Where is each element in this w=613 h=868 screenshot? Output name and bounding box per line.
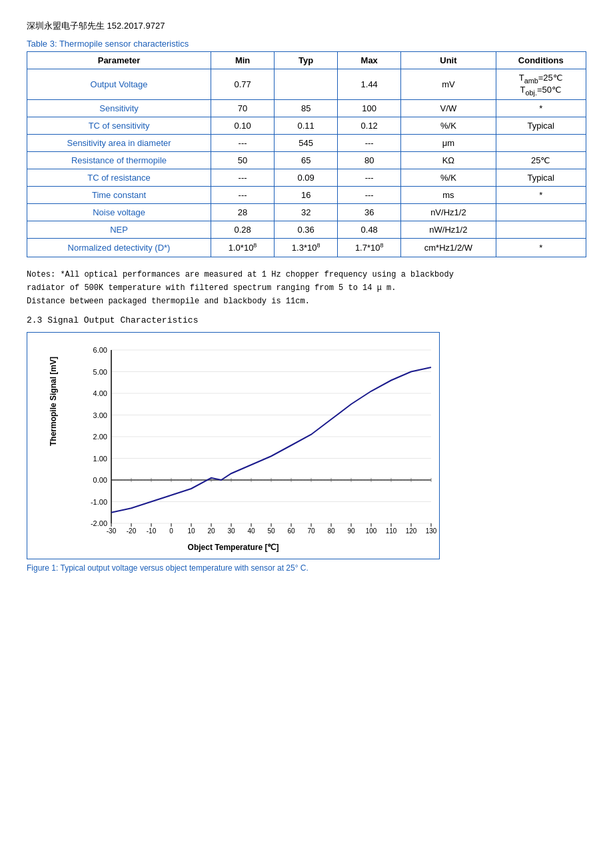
table-cell-unit: μm bbox=[401, 135, 496, 152]
table-cell-unit: %/K bbox=[401, 169, 496, 187]
table-cell-max: --- bbox=[338, 135, 401, 152]
table-cell-max: 100 bbox=[338, 100, 401, 117]
sensor-characteristics-table: Parameter Min Typ Max Unit Conditions Ou… bbox=[27, 51, 586, 257]
header-line: 深圳永盟电子邬先生 152.2017.9727 bbox=[27, 20, 586, 32]
table-cell-conditions: 25℃ bbox=[496, 152, 586, 169]
svg-text:-20: -20 bbox=[127, 527, 137, 535]
svg-text:-30: -30 bbox=[107, 527, 117, 535]
table-cell-unit: cm*Hz1/2/W bbox=[401, 239, 496, 257]
table-cell-typ: 32 bbox=[275, 204, 338, 221]
table-cell-parameter: NEP bbox=[27, 221, 211, 239]
svg-text:30: 30 bbox=[227, 527, 235, 535]
svg-text:-10: -10 bbox=[147, 527, 157, 535]
table-cell-min: 70 bbox=[211, 100, 275, 117]
svg-text:1.00: 1.00 bbox=[93, 454, 107, 462]
table-cell-max: 80 bbox=[338, 152, 401, 169]
svg-text:10: 10 bbox=[187, 527, 195, 535]
table-cell-min: 0.28 bbox=[211, 221, 275, 239]
table-cell-conditions bbox=[496, 204, 586, 221]
table-cell-typ: 0.36 bbox=[275, 221, 338, 239]
table-cell-min: 28 bbox=[211, 204, 275, 221]
svg-text:70: 70 bbox=[307, 527, 315, 535]
table-cell-min: 50 bbox=[211, 152, 275, 169]
table-cell-unit: nV/Hz1/2 bbox=[401, 204, 496, 221]
table-cell-max: 0.12 bbox=[338, 117, 401, 135]
table-cell-parameter: Output Voltage bbox=[27, 69, 211, 100]
col-parameter: Parameter bbox=[27, 52, 211, 69]
svg-text:4.00: 4.00 bbox=[93, 389, 107, 397]
section-title: 2.3 Signal Output Characteristics bbox=[27, 315, 586, 325]
svg-text:80: 80 bbox=[327, 527, 335, 535]
svg-text:-2.00: -2.00 bbox=[91, 519, 107, 527]
table-cell-parameter: TC of sensitivity bbox=[27, 117, 211, 135]
svg-text:110: 110 bbox=[386, 527, 397, 535]
table-cell-unit: %/K bbox=[401, 117, 496, 135]
col-unit: Unit bbox=[401, 52, 496, 69]
chart-y-label: Thermopile Signal [mV] bbox=[49, 357, 58, 446]
table-cell-typ: 1.3*108 bbox=[275, 239, 338, 257]
chart-x-label: Object Temperature [℃] bbox=[38, 543, 428, 552]
chart-container: Thermopile Signal [mV] 6.00 5.00 bbox=[27, 332, 440, 559]
table-cell-unit: V/W bbox=[401, 100, 496, 117]
table-cell-max: --- bbox=[338, 169, 401, 187]
table-cell-unit: ms bbox=[401, 187, 496, 204]
table-cell-conditions bbox=[496, 221, 586, 239]
table-cell-unit: mV bbox=[401, 69, 496, 100]
svg-text:120: 120 bbox=[406, 527, 417, 535]
table-cell-typ: 16 bbox=[275, 187, 338, 204]
table-cell-conditions: Typical bbox=[496, 169, 586, 187]
table-cell-conditions: Typical bbox=[496, 117, 586, 135]
table-cell-conditions: * bbox=[496, 187, 586, 204]
svg-text:2.00: 2.00 bbox=[93, 433, 107, 441]
table-cell-max: 1.7*108 bbox=[338, 239, 401, 257]
table-cell-parameter: Sensitivity area in diameter bbox=[27, 135, 211, 152]
col-max: Max bbox=[338, 52, 401, 69]
table-cell-typ: 0.09 bbox=[275, 169, 338, 187]
svg-text:40: 40 bbox=[247, 527, 255, 535]
svg-text:0.00: 0.00 bbox=[93, 476, 107, 484]
svg-text:50: 50 bbox=[267, 527, 275, 535]
table-cell-typ: 545 bbox=[275, 135, 338, 152]
svg-text:0: 0 bbox=[169, 527, 173, 535]
svg-text:60: 60 bbox=[287, 527, 295, 535]
svg-text:6.00: 6.00 bbox=[93, 346, 107, 354]
notes-section: Notes: *All optical performances are mea… bbox=[27, 268, 586, 309]
table-cell-conditions bbox=[496, 135, 586, 152]
table-cell-max: 0.48 bbox=[338, 221, 401, 239]
table-cell-typ: 65 bbox=[275, 152, 338, 169]
table-cell-max: --- bbox=[338, 187, 401, 204]
table-cell-typ: 85 bbox=[275, 100, 338, 117]
chart-svg: 6.00 5.00 4.00 3.00 2.00 1.00 0.00 -1.00… bbox=[78, 343, 448, 540]
table-cell-parameter: Noise voltage bbox=[27, 204, 211, 221]
table-cell-typ: 0.11 bbox=[275, 117, 338, 135]
table-cell-conditions: Tamb=25℃Tobj.=50℃ bbox=[496, 69, 586, 100]
table-cell-min: 1.0*108 bbox=[211, 239, 275, 257]
svg-text:5.00: 5.00 bbox=[93, 367, 107, 375]
table-cell-parameter: Normalized detectivity (D*) bbox=[27, 239, 211, 257]
col-typ: Typ bbox=[275, 52, 338, 69]
table-cell-min: 0.10 bbox=[211, 117, 275, 135]
svg-text:3.00: 3.00 bbox=[93, 411, 107, 419]
table-cell-unit: nW/Hz1/2 bbox=[401, 221, 496, 239]
svg-text:20: 20 bbox=[207, 527, 215, 535]
table-cell-parameter: Resistance of thermopile bbox=[27, 152, 211, 169]
table-cell-typ bbox=[275, 69, 338, 100]
table-cell-parameter: Time constant bbox=[27, 187, 211, 204]
svg-text:90: 90 bbox=[347, 527, 355, 535]
table-cell-max: 1.44 bbox=[338, 69, 401, 100]
table-cell-parameter: Sensitivity bbox=[27, 100, 211, 117]
table-cell-conditions: * bbox=[496, 239, 586, 257]
table-cell-min: --- bbox=[211, 187, 275, 204]
svg-text:-1.00: -1.00 bbox=[91, 497, 107, 505]
svg-text:130: 130 bbox=[426, 527, 437, 535]
table-cell-min: 0.77 bbox=[211, 69, 275, 100]
table-cell-min: --- bbox=[211, 135, 275, 152]
svg-text:100: 100 bbox=[366, 527, 377, 535]
table-cell-parameter: TC of resistance bbox=[27, 169, 211, 187]
col-conditions: Conditions bbox=[496, 52, 586, 69]
chart-caption: Figure 1: Typical output voltage versus … bbox=[27, 563, 586, 573]
table-cell-unit: KΩ bbox=[401, 152, 496, 169]
table-cell-conditions: * bbox=[496, 100, 586, 117]
col-min: Min bbox=[211, 52, 275, 69]
table-cell-min: --- bbox=[211, 169, 275, 187]
